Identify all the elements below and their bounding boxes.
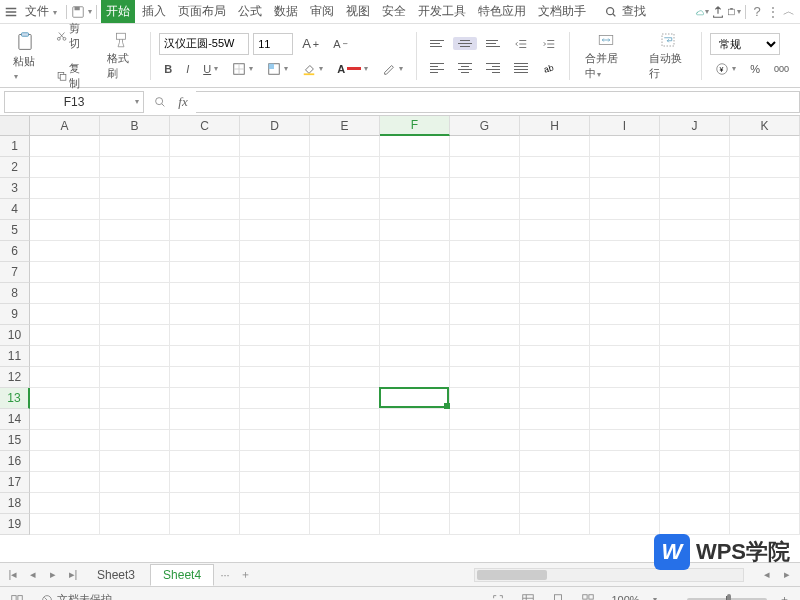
tab-security[interactable]: 安全: [377, 0, 411, 23]
tab-more-icon[interactable]: ···: [216, 566, 234, 584]
row-header-7[interactable]: 7: [0, 262, 30, 283]
row-header-16[interactable]: 16: [0, 451, 30, 472]
merge-center-button[interactable]: 合并居中▾: [578, 28, 634, 84]
format-painter-button[interactable]: 格式刷: [100, 28, 142, 84]
col-header-H[interactable]: H: [520, 116, 590, 136]
tab-formula[interactable]: 公式: [233, 0, 267, 23]
fullscreen-icon[interactable]: [487, 591, 509, 601]
tab-view[interactable]: 视图: [341, 0, 375, 23]
orientation-button[interactable]: ab: [537, 58, 561, 78]
row-header-15[interactable]: 15: [0, 430, 30, 451]
view-normal-icon[interactable]: [517, 591, 539, 601]
col-header-D[interactable]: D: [240, 116, 310, 136]
tab-last-icon[interactable]: ▸|: [64, 566, 82, 584]
row-header-9[interactable]: 9: [0, 304, 30, 325]
formula-input[interactable]: [196, 91, 800, 113]
layout-icon[interactable]: [6, 591, 28, 601]
tab-start[interactable]: 开始: [101, 0, 135, 23]
row-header-8[interactable]: 8: [0, 283, 30, 304]
row-header-17[interactable]: 17: [0, 472, 30, 493]
align-left-button[interactable]: [425, 60, 449, 76]
increase-font-button[interactable]: A+: [297, 33, 324, 54]
protect-status[interactable]: 文档未保护: [36, 590, 116, 600]
row-header-10[interactable]: 10: [0, 325, 30, 346]
row-header-12[interactable]: 12: [0, 367, 30, 388]
col-header-K[interactable]: K: [730, 116, 800, 136]
zoom-value[interactable]: 100%: [607, 592, 643, 601]
clear-format-button[interactable]: ▾: [377, 59, 408, 79]
zoom-out-button[interactable]: −: [665, 592, 679, 601]
font-name-select[interactable]: [159, 33, 249, 55]
hamburger-icon[interactable]: [4, 5, 18, 19]
auto-wrap-button[interactable]: 自动换行: [642, 28, 694, 84]
comma-button[interactable]: 000: [769, 61, 794, 77]
cells-area[interactable]: [30, 136, 800, 562]
font-color-button[interactable]: A▾: [332, 60, 373, 78]
tab-insert[interactable]: 插入: [137, 0, 171, 23]
tab-data[interactable]: 数据: [269, 0, 303, 23]
row-header-3[interactable]: 3: [0, 178, 30, 199]
row-header-14[interactable]: 14: [0, 409, 30, 430]
decrease-indent-button[interactable]: [509, 34, 533, 54]
cell-style-button[interactable]: ▾: [262, 59, 293, 79]
view-page-icon[interactable]: [547, 591, 569, 601]
col-header-G[interactable]: G: [450, 116, 520, 136]
row-header-19[interactable]: 19: [0, 514, 30, 535]
col-header-E[interactable]: E: [310, 116, 380, 136]
underline-button[interactable]: U▾: [198, 60, 223, 78]
add-sheet-button[interactable]: ＋: [236, 566, 254, 584]
col-header-F[interactable]: F: [380, 116, 450, 136]
select-all-corner[interactable]: [0, 116, 30, 136]
justify-button[interactable]: [509, 60, 533, 76]
search-button[interactable]: 查找: [599, 0, 650, 23]
bold-button[interactable]: B: [159, 60, 177, 78]
align-middle-button[interactable]: [453, 37, 477, 50]
border-button[interactable]: ▾: [227, 59, 258, 79]
tab-special[interactable]: 特色应用: [473, 0, 531, 23]
percent-button[interactable]: %: [745, 60, 765, 78]
expand-namebox-icon[interactable]: [148, 91, 172, 113]
tab-page-layout[interactable]: 页面布局: [173, 0, 231, 23]
tab-devtools[interactable]: 开发工具: [413, 0, 471, 23]
help-icon[interactable]: ?: [750, 5, 764, 19]
tab-review[interactable]: 审阅: [305, 0, 339, 23]
cloud-sync-icon[interactable]: ▾: [695, 5, 709, 19]
currency-button[interactable]: ¥▾: [710, 59, 741, 79]
col-header-C[interactable]: C: [170, 116, 240, 136]
font-size-select[interactable]: [253, 33, 293, 55]
save-icon[interactable]: [71, 5, 85, 19]
tab-next-icon[interactable]: ▸: [44, 566, 62, 584]
fill-color-button[interactable]: ▾: [297, 59, 328, 79]
row-header-2[interactable]: 2: [0, 157, 30, 178]
row-header-6[interactable]: 6: [0, 241, 30, 262]
copy-button[interactable]: 复制: [51, 58, 92, 94]
name-box[interactable]: F13▾: [4, 91, 144, 113]
decrease-font-button[interactable]: A−: [328, 35, 353, 53]
sheet-tab-3[interactable]: Sheet3: [84, 564, 148, 586]
align-top-button[interactable]: [425, 37, 449, 50]
share-icon[interactable]: [711, 5, 725, 19]
align-right-button[interactable]: [481, 60, 505, 76]
col-header-B[interactable]: B: [100, 116, 170, 136]
align-center-button[interactable]: [453, 60, 477, 76]
tab-doc-assistant[interactable]: 文档助手: [533, 0, 591, 23]
cut-button[interactable]: 剪切: [51, 18, 92, 54]
row-header-18[interactable]: 18: [0, 493, 30, 514]
tab-first-icon[interactable]: |◂: [4, 566, 22, 584]
sheet-tab-4[interactable]: Sheet4: [150, 564, 214, 586]
row-header-13[interactable]: 13: [0, 388, 30, 409]
col-header-A[interactable]: A: [30, 116, 100, 136]
row-header-11[interactable]: 11: [0, 346, 30, 367]
increase-indent-button[interactable]: [537, 34, 561, 54]
row-header-1[interactable]: 1: [0, 136, 30, 157]
row-header-4[interactable]: 4: [0, 199, 30, 220]
paste-button[interactable]: 粘贴▾: [6, 28, 43, 84]
tab-prev-icon[interactable]: ◂: [24, 566, 42, 584]
col-header-I[interactable]: I: [590, 116, 660, 136]
history-icon[interactable]: ▾: [727, 5, 741, 19]
align-bottom-button[interactable]: [481, 37, 505, 50]
zoom-in-button[interactable]: ＋: [775, 590, 794, 600]
italic-button[interactable]: I: [181, 60, 194, 78]
save-dropdown[interactable]: ▾: [88, 7, 92, 16]
number-format-select[interactable]: 常规: [710, 33, 780, 55]
